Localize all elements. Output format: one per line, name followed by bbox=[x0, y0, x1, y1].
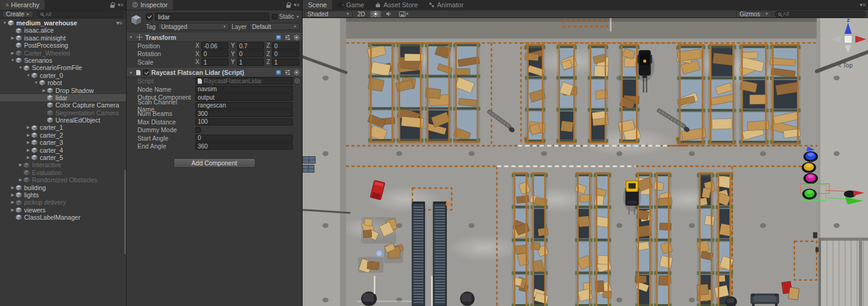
output-component-field[interactable]: output bbox=[195, 94, 293, 101]
hierarchy-item-scenarios[interactable]: ▼Scenarios bbox=[0, 57, 126, 64]
static-checkbox[interactable] bbox=[272, 14, 277, 19]
hierarchy-item-pickup-delivery[interactable]: ▶pickup delivery bbox=[0, 199, 126, 206]
hierarchy-search-input[interactable]: All bbox=[37, 11, 124, 18]
position-y-field[interactable]: 0.7 bbox=[237, 42, 264, 49]
rotation-z-field[interactable]: 0 bbox=[272, 50, 300, 57]
start-angle-field[interactable]: 0 bbox=[195, 135, 293, 142]
help-book-icon[interactable] bbox=[275, 34, 281, 40]
foldout-icon[interactable]: ▶ bbox=[10, 34, 16, 42]
transform-component-header[interactable]: ▼ Transform bbox=[127, 33, 302, 42]
foldout-icon[interactable]: ▶ bbox=[10, 49, 16, 57]
hierarchy-item-robot[interactable]: ▼robot bbox=[0, 79, 126, 86]
tab-animator[interactable]: Animator bbox=[423, 0, 469, 10]
foldout-icon[interactable]: ▼ bbox=[129, 35, 134, 39]
shading-mode-dropdown[interactable]: Shaded ▼ bbox=[304, 11, 353, 18]
foldout-icon[interactable]: ▼ bbox=[129, 71, 134, 75]
hierarchy-item-carter-5[interactable]: ▶carter_5 bbox=[0, 154, 126, 161]
panel-menu-icon[interactable]: ▾≡ bbox=[860, 1, 866, 9]
tab-inspector[interactable]: Inspector bbox=[127, 0, 173, 10]
end-angle-field[interactable]: 360 bbox=[195, 142, 293, 150]
position-x-field[interactable]: -0.06 bbox=[201, 42, 228, 49]
scale-z-field[interactable]: 1 bbox=[272, 59, 300, 66]
hierarchy-item-carter-3[interactable]: ▶carter_3 bbox=[0, 139, 126, 146]
hierarchy-item-interactive[interactable]: ▶Interactive bbox=[0, 161, 126, 168]
hierarchy-item-postprocessing[interactable]: PostProcessing bbox=[0, 42, 126, 49]
hierarchy-item-isaac-alice[interactable]: isaac.alice bbox=[0, 27, 126, 34]
scene-search-input[interactable]: All bbox=[775, 11, 866, 18]
hierarchy-item-evaluation[interactable]: Evaluation bbox=[0, 169, 126, 176]
scan-channel-name-field[interactable]: rangescan bbox=[195, 102, 293, 109]
create-button[interactable]: Create ▼ bbox=[2, 11, 33, 18]
rotation-x-field[interactable]: 0 bbox=[201, 50, 228, 57]
foldout-icon[interactable]: ▶ bbox=[10, 191, 16, 199]
gear-icon[interactable] bbox=[294, 69, 300, 75]
hierarchy-item-building[interactable]: ▶building bbox=[0, 184, 126, 191]
foldout-icon[interactable]: ▼ bbox=[17, 64, 24, 71]
audio-toggle-button[interactable] bbox=[383, 11, 394, 18]
lock-icon[interactable] bbox=[286, 5, 291, 8]
foldout-icon[interactable]: ▶ bbox=[25, 154, 31, 161]
view-orientation-label[interactable]: < Top bbox=[838, 62, 853, 69]
gizmos-dropdown[interactable]: Gizmos ▼ bbox=[737, 11, 772, 18]
foldout-icon[interactable]: ▶ bbox=[17, 161, 24, 168]
foldout-icon[interactable]: ▶ bbox=[25, 124, 31, 131]
effects-dropdown-button[interactable]: ▼ bbox=[397, 11, 412, 18]
hierarchy-item-lidar[interactable]: lidar bbox=[0, 94, 126, 101]
foldout-icon[interactable]: ▶ bbox=[10, 206, 16, 214]
scale-y-field[interactable]: 1 bbox=[237, 59, 264, 66]
hierarchy-item-carter-0[interactable]: ▼carter_0 bbox=[0, 72, 126, 79]
foldout-icon[interactable]: ▶ bbox=[17, 176, 24, 183]
tab-asset-store[interactable]: Asset Store bbox=[370, 0, 423, 10]
object-name-field[interactable]: lidar bbox=[155, 13, 269, 21]
hierarchy-item-unrealedobject[interactable]: UnrealEdObject bbox=[0, 116, 126, 124]
foldout-icon[interactable]: ▼ bbox=[25, 72, 31, 79]
active-checkbox[interactable] bbox=[146, 13, 153, 20]
foldout-icon[interactable]: ▶ bbox=[25, 132, 31, 139]
add-component-button[interactable]: Add Component bbox=[174, 158, 256, 168]
foldout-icon[interactable]: ▼ bbox=[33, 79, 39, 86]
hierarchy-item-carter-1[interactable]: ▶carter_1 bbox=[0, 124, 126, 131]
foldout-icon[interactable]: ▶ bbox=[10, 184, 16, 191]
num-beams-field[interactable]: 300 bbox=[195, 110, 293, 117]
hierarchy-item-medium-warehouse[interactable]: ▼medium_warehouse▾≡ bbox=[0, 19, 126, 27]
script-field[interactable]: RaycastFlatscanLidar bbox=[195, 77, 293, 84]
hierarchy-item-lights[interactable]: ▶lights bbox=[0, 191, 126, 199]
position-z-field[interactable]: 0 bbox=[272, 42, 300, 49]
foldout-icon[interactable]: ▶ bbox=[10, 199, 16, 206]
presets-icon[interactable] bbox=[285, 69, 291, 75]
hierarchy-item-carter-wheeled[interactable]: ▶Carter_Wheeled bbox=[0, 49, 126, 57]
layer-dropdown[interactable]: Default ▼ bbox=[249, 23, 300, 30]
dummy-mode-checkbox[interactable] bbox=[195, 127, 201, 133]
hierarchy-item-isaac-minisight[interactable]: ▶isaac.minisight bbox=[0, 34, 126, 42]
2d-toggle-button[interactable]: 2D bbox=[355, 11, 368, 18]
tab-scene[interactable]: Scene bbox=[303, 0, 332, 10]
rotation-y-field[interactable]: 0 bbox=[237, 50, 264, 57]
static-dropdown-icon[interactable]: ▼ bbox=[296, 15, 300, 19]
help-book-icon[interactable] bbox=[275, 69, 281, 75]
tag-dropdown[interactable]: Untagged ▼ bbox=[158, 23, 229, 30]
lighting-toggle-button[interactable] bbox=[370, 11, 381, 18]
tab-game[interactable]: Game bbox=[332, 0, 370, 10]
tab-hierarchy[interactable]: ≡ Hierarchy bbox=[0, 0, 45, 10]
presets-icon[interactable] bbox=[285, 34, 291, 40]
hierarchy-item-drop-shadow[interactable]: ▶Drop Shadow bbox=[0, 87, 126, 94]
gizmo-cube[interactable] bbox=[844, 36, 852, 43]
foldout-icon[interactable]: ▼ bbox=[2, 19, 8, 27]
hierarchy-item-carter-4[interactable]: ▶carter_4 bbox=[0, 147, 126, 154]
hierarchy-item-scenariofromfile[interactable]: ▼ScenarioFromFile bbox=[0, 64, 126, 71]
node-name-field[interactable]: navsim bbox=[195, 86, 293, 93]
max-distance-field[interactable]: 100 bbox=[195, 118, 293, 126]
hierarchy-item-viewers[interactable]: ▶viewers bbox=[0, 206, 126, 214]
foldout-icon[interactable]: ▶ bbox=[25, 139, 31, 146]
panel-menu-icon[interactable]: ▾≡ bbox=[294, 1, 300, 9]
foldout-icon[interactable]: ▶ bbox=[41, 87, 47, 94]
gear-icon[interactable] bbox=[294, 34, 300, 40]
foldout-icon[interactable]: ▼ bbox=[10, 57, 16, 64]
scale-x-field[interactable]: 1 bbox=[201, 59, 228, 66]
lock-icon[interactable] bbox=[110, 5, 115, 8]
lidar-component-header[interactable]: ▼ Raycast Flatscan Lidar (Script) bbox=[127, 68, 302, 77]
component-enabled-checkbox[interactable] bbox=[143, 69, 149, 75]
hierarchy-item-carter-2[interactable]: ▶carter_2 bbox=[0, 132, 126, 139]
object-picker-icon[interactable] bbox=[295, 78, 300, 83]
scene-context-menu-icon[interactable]: ▾≡ bbox=[116, 19, 122, 27]
